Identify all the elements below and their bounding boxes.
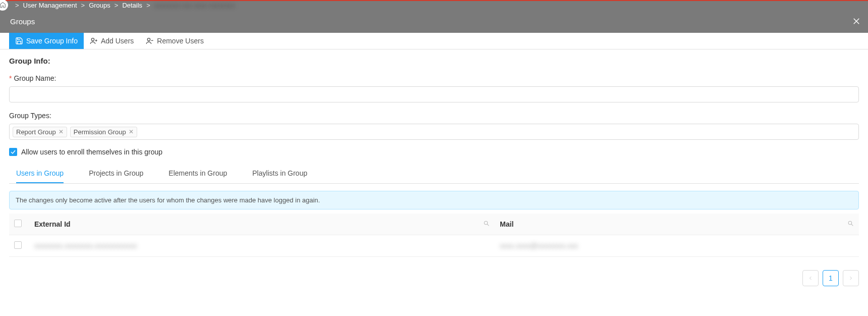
- svg-line-10: [851, 224, 853, 226]
- cell-mail: xxxx.xxxx@xxxxxxxx.xxx: [500, 242, 578, 250]
- user-minus-icon: [146, 37, 154, 45]
- tab-projects-in-group[interactable]: Projects in Group: [89, 165, 143, 183]
- tab-users-in-group[interactable]: Users in Group: [16, 165, 64, 183]
- table-row[interactable]: xxxxxxxx.xxxxxxxx.xxxxxxxxxxxx xxxx.xxxx…: [9, 235, 859, 257]
- panel-title: Groups: [10, 17, 35, 26]
- user-plus-icon: [90, 37, 98, 45]
- svg-point-9: [848, 221, 852, 225]
- users-table: External Id Mail xxxxxxxx.xxxxxxxx.xxxxx…: [9, 214, 859, 257]
- chevron-right-icon: >: [81, 2, 85, 9]
- chevron-right-icon: >: [146, 2, 150, 9]
- add-users-button[interactable]: Add Users: [84, 33, 140, 49]
- breadcrumb-item[interactable]: Groups: [89, 2, 110, 9]
- search-icon[interactable]: [847, 220, 854, 228]
- chevron-right-icon: >: [114, 2, 119, 9]
- tag-label: Permission Group: [74, 128, 126, 136]
- svg-line-8: [487, 224, 489, 226]
- remove-users-label: Remove Users: [157, 37, 204, 45]
- breadcrumb-item[interactable]: Details: [122, 2, 142, 9]
- home-icon: [0, 2, 6, 8]
- column-header-mail[interactable]: Mail: [495, 214, 859, 235]
- tab-elements-in-group[interactable]: Elements in Group: [168, 165, 227, 183]
- info-banner: The changes only become active after the…: [9, 191, 859, 209]
- breadcrumb-bar: > User Management > Groups > Details > x…: [0, 0, 868, 10]
- tag-remove-icon[interactable]: ✕: [59, 128, 64, 135]
- section-title: Group Info:: [9, 57, 859, 65]
- svg-point-7: [484, 221, 488, 225]
- tag-report-group: Report Group ✕: [13, 127, 67, 137]
- required-asterisk: *: [9, 74, 12, 82]
- chevron-right-icon: [848, 275, 854, 281]
- save-group-info-button[interactable]: Save Group Info: [9, 33, 84, 49]
- breadcrumb-item[interactable]: User Management: [23, 2, 77, 9]
- tab-playlists-in-group[interactable]: Playlists in Group: [252, 165, 307, 183]
- select-all-checkbox[interactable]: [14, 220, 22, 227]
- group-name-input[interactable]: [9, 86, 859, 102]
- allow-enroll-row[interactable]: Allow users to enroll themselves in this…: [9, 148, 859, 156]
- cell-external-id: xxxxxxxx.xxxxxxxx.xxxxxxxxxxxx: [34, 242, 137, 250]
- save-button-label: Save Group Info: [26, 37, 78, 45]
- row-checkbox[interactable]: [14, 241, 22, 249]
- pagination-page-1[interactable]: 1: [823, 270, 839, 286]
- remove-users-button[interactable]: Remove Users: [140, 33, 210, 49]
- tag-label: Report Group: [16, 128, 56, 136]
- group-types-label: Group Types:: [9, 112, 859, 120]
- close-icon[interactable]: [852, 17, 861, 26]
- save-icon: [15, 37, 23, 45]
- column-header-external-id[interactable]: External Id: [29, 214, 495, 235]
- group-types-select[interactable]: Report Group ✕ Permission Group ✕: [9, 124, 859, 140]
- svg-point-2: [91, 38, 94, 41]
- group-name-label: *Group Name:: [9, 74, 859, 82]
- add-users-label: Add Users: [101, 37, 134, 45]
- breadcrumb-item-current: xxxxxxxx xxx xxxx xxxxxxxx: [154, 2, 235, 9]
- svg-point-5: [148, 38, 150, 41]
- checkbox-checked-icon[interactable]: [9, 148, 17, 156]
- pagination-next[interactable]: [843, 270, 859, 286]
- home-icon-circle[interactable]: [0, 0, 8, 11]
- tag-remove-icon[interactable]: ✕: [129, 128, 134, 135]
- tag-permission-group: Permission Group ✕: [70, 127, 137, 137]
- toolbar: Save Group Info Add Users Remove Users: [0, 33, 868, 49]
- tab-bar: Users in Group Projects in Group Element…: [9, 165, 859, 184]
- content-area: Group Info: *Group Name: Group Types: Re…: [0, 49, 868, 264]
- chevron-left-icon: [807, 275, 814, 281]
- allow-enroll-label: Allow users to enroll themselves in this…: [21, 148, 162, 156]
- pagination: 1: [0, 264, 868, 295]
- panel-header: Groups: [0, 10, 868, 33]
- chevron-right-icon: >: [15, 2, 19, 9]
- search-icon[interactable]: [483, 220, 490, 228]
- pagination-prev[interactable]: [802, 270, 819, 286]
